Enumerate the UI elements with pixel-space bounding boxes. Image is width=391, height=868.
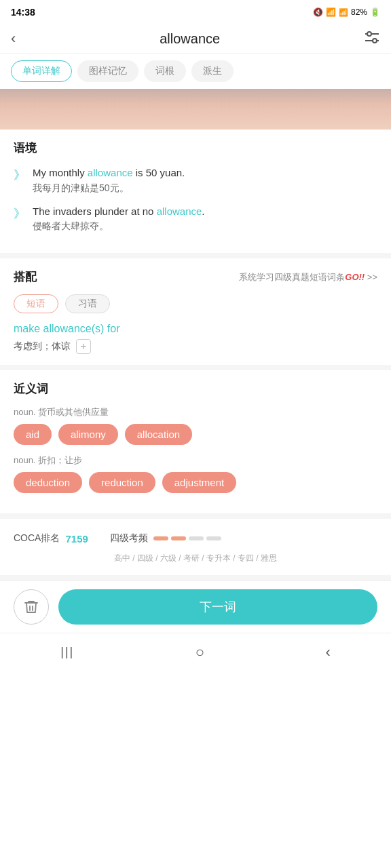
freq-dot-2	[171, 536, 186, 540]
bottom-bar: 下一词	[0, 580, 391, 633]
phrase-meaning: 考虑到；体谅 +	[14, 339, 377, 354]
speaker-icon-1[interactable]: 》	[14, 167, 26, 183]
freq-dot-4	[206, 536, 221, 540]
page-title: allowance	[160, 31, 220, 47]
syn-tag-allocation[interactable]: allocation	[125, 424, 192, 445]
svg-point-3	[373, 39, 377, 43]
syn-tag-reduction[interactable]: reduction	[89, 472, 155, 493]
wifi-icon: 📶	[326, 7, 336, 17]
nav-home-button[interactable]: ○	[179, 638, 221, 667]
battery-text: 82%	[351, 7, 367, 17]
phrase-tab-phrase[interactable]: 短语	[14, 294, 58, 313]
coca-value: 7159	[65, 533, 88, 545]
collocation-title: 搭配	[14, 269, 37, 285]
freq-dot-3	[189, 536, 204, 540]
tab-root[interactable]: 词根	[144, 60, 186, 82]
tab-word-detail[interactable]: 单词详解	[11, 60, 72, 82]
home-icon: ○	[196, 644, 204, 661]
speaker-icon-2[interactable]: 》	[14, 205, 26, 222]
next-word-button[interactable]: 下一词	[58, 589, 377, 625]
syn-group-1: noun. 货币或其他供应量 aid alimony allocation	[14, 406, 377, 445]
example-en-1: My monthly allowance is 50 yuan.	[33, 165, 185, 181]
battery-icon: 🔋	[370, 7, 380, 17]
trash-button[interactable]	[14, 589, 49, 625]
header: ‹ allowance	[0, 24, 391, 54]
nav-back-button[interactable]: ‹	[309, 638, 346, 667]
collocation-link[interactable]: 系统学习四级真题短语词条GO!! >>	[239, 271, 377, 283]
syn-tag-deduction[interactable]: deduction	[14, 472, 82, 493]
syn-tags-2: deduction reduction adjustment	[14, 472, 377, 493]
status-bar: 14:38 🔇 📶 📶 82% 🔋	[0, 0, 391, 24]
collocation-header: 搭配 系统学习四级真题短语词条GO!! >>	[14, 269, 377, 285]
status-icons: 🔇 📶 📶 82% 🔋	[313, 7, 380, 17]
syn-label-1: noun. 货币或其他供应量	[14, 406, 377, 418]
context-section: 语境 》 My monthly allowance is 50 yuan. 我每…	[0, 130, 391, 258]
filter-button[interactable]	[364, 31, 380, 47]
phrase-text: make allowance(s) for	[14, 323, 377, 335]
example-item-1: 》 My monthly allowance is 50 yuan. 我每月的津…	[14, 165, 377, 195]
example-item-2: 》 The invaders plunder at no allowance. …	[14, 204, 377, 233]
nav-menu-button[interactable]: |||	[44, 639, 90, 665]
tab-derivative[interactable]: 派生	[191, 60, 234, 82]
syn-tag-aid[interactable]: aid	[14, 424, 52, 445]
menu-icon: |||	[60, 645, 74, 659]
example-content-1: My monthly allowance is 50 yuan. 我每月的津贴是…	[33, 165, 185, 195]
synonyms-title: 近义词	[14, 381, 377, 397]
stats-row: COCA排名 7159 四级考频	[14, 532, 377, 545]
status-time: 14:38	[11, 7, 35, 18]
example-zh-1: 我每月的津贴是50元。	[33, 182, 185, 195]
back-nav-icon: ‹	[325, 644, 330, 661]
levels-row: 高中 / 四级 / 六级 / 考研 / 专升本 / 专四 / 雅思	[14, 553, 377, 564]
freq-dots	[153, 536, 221, 540]
coca-stat: COCA排名 7159	[14, 532, 88, 545]
collocation-section: 搭配 系统学习四级真题短语词条GO!! >> 短语 习语 make allowa…	[0, 258, 391, 370]
tab-bar: 单词详解 图样记忆 词根 派生	[0, 54, 391, 89]
syn-label-2: noun. 折扣；让步	[14, 454, 377, 467]
synonyms-section: 近义词 noun. 货币或其他供应量 aid alimony allocatio…	[0, 370, 391, 519]
example-content-2: The invaders plunder at no allowance. 侵略…	[33, 204, 205, 233]
example-zh-2: 侵略者大肆掠夺。	[33, 220, 205, 233]
freq-stat: 四级考频	[110, 532, 221, 545]
phrase-tabs: 短语 习语	[14, 294, 377, 313]
phrase-tab-idiom[interactable]: 习语	[65, 294, 110, 313]
syn-group-2: noun. 折扣；让步 deduction reduction adjustme…	[14, 454, 377, 493]
stats-section: COCA排名 7159 四级考频 高中 / 四级 / 六级 / 考研 / 专升本…	[0, 519, 391, 580]
add-phrase-button[interactable]: +	[76, 339, 91, 354]
mute-icon: 🔇	[313, 7, 323, 17]
tab-image-memory[interactable]: 图样记忆	[77, 60, 138, 82]
context-title: 语境	[14, 140, 377, 156]
nav-bar: ||| ○ ‹	[0, 633, 391, 671]
syn-tags-1: aid alimony allocation	[14, 424, 377, 445]
freq-dot-1	[153, 536, 168, 540]
image-strip	[0, 89, 391, 130]
syn-tag-alimony[interactable]: alimony	[58, 424, 118, 445]
back-button[interactable]: ‹	[11, 30, 16, 47]
signal-icon: 📶	[339, 8, 348, 17]
syn-tag-adjustment[interactable]: adjustment	[162, 472, 236, 493]
svg-point-1	[367, 32, 371, 36]
example-en-2: The invaders plunder at no allowance.	[33, 204, 205, 220]
